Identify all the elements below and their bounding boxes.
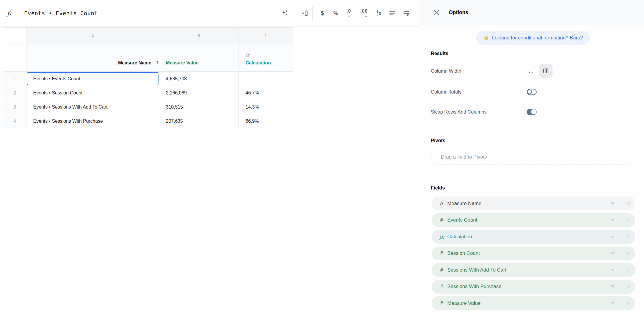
column-width-row: Column Width ↔ [431,64,635,78]
field-pill-calculation[interactable]: ƒx Calculation × [432,230,635,244]
results-heading: Results [431,50,635,56]
cell-c3[interactable]: 14.3% [239,100,293,114]
remove-field-icon[interactable]: × [626,300,631,307]
field-dropdown-caret[interactable] [610,285,615,288]
number-hash-icon: # [437,267,447,273]
wrap-text-icon[interactable] [401,0,412,26]
row-number[interactable]: 1 [3,72,26,86]
cell-b2[interactable]: 2,166,089 [159,86,239,100]
column-totals-label: Column Totals [431,89,527,95]
cell-a3[interactable]: Events • Sessions With Add To Cart [26,100,159,114]
remove-field-icon[interactable]: × [626,200,631,207]
column-totals-row: Column Totals [431,85,635,98]
section-divider [420,173,644,173]
conditional-formatting-link[interactable]: Looking for conditional formatting? Bars… [492,35,583,41]
remove-field-icon[interactable]: × [626,283,631,290]
cell-b1[interactable]: 4,635,703 [159,72,239,86]
align-icon[interactable] [387,0,398,26]
field-dropdown-caret[interactable] [610,219,615,221]
field-dropdown-caret[interactable] [610,236,615,238]
header-measure-name[interactable]: Measure Name ↑ [26,44,159,72]
fit-columns-button[interactable] [539,64,553,78]
field-dropdown-caret[interactable] [610,202,615,205]
cell-c1[interactable] [239,72,293,86]
calculation-fx-icon: ƒx [246,52,293,58]
dimension-letter-icon: A [437,201,447,207]
cell-c2[interactable]: 46.7% [239,86,293,100]
field-pill-sessions-with-purchase[interactable]: # Sessions With Purchase × [432,280,635,294]
insert-column-icon[interactable] [299,0,310,26]
cell-a2[interactable]: Events • Session Count [26,86,159,100]
row-number[interactable]: 4 [3,114,26,128]
close-icon[interactable] [433,9,441,16]
field-pill-measure-name[interactable]: A Measure Name × [432,197,635,210]
conditional-formatting-banner[interactable]: Looking for conditional formatting? Bars… [476,31,590,45]
decrease-decimal-icon[interactable]: .0← [343,0,354,26]
cell-c4[interactable]: 66.9% [239,114,293,128]
fields-heading: Fields [431,184,635,191]
column-totals-toggle[interactable] [527,89,537,95]
column-letter-c[interactable]: C [239,27,293,44]
pivots-dropzone[interactable]: Drag a field to Pivots [431,150,635,164]
remove-field-icon[interactable]: × [626,233,631,240]
cell-b4[interactable]: 207,635 [159,114,239,128]
formula-fx-icon: ƒx [7,0,11,26]
increase-decimal-icon[interactable]: .00→ [359,0,369,26]
toolbar-divider [312,6,313,20]
percent-format-icon[interactable]: % [331,0,341,26]
field-dropdown-caret[interactable] [610,252,615,255]
row-number[interactable]: 3 [3,100,26,114]
field-pill-measure-value[interactable]: # Measure Value × [432,296,635,310]
cell-a4[interactable]: Events • Sessions With Purchase [26,114,159,128]
options-panel-body: Looking for conditional formatting? Bars… [420,31,644,310]
column-letter-b[interactable]: B [159,27,239,44]
remove-field-icon[interactable]: × [626,250,631,257]
header-row-gutter [3,44,26,72]
remove-field-icon[interactable]: × [626,267,631,274]
field-pill-events-count[interactable]: # Events Count × [432,213,635,227]
wave-hand-icon [483,35,489,41]
swap-rows-columns-toggle[interactable] [527,109,537,115]
number-hash-icon: # [437,284,447,290]
row-number[interactable]: 2 [3,86,26,100]
remove-field-icon[interactable]: × [626,217,631,224]
field-dropdown-caret[interactable] [610,302,615,305]
field-pill-sessions-with-add-to-cart[interactable]: # Sessions With Add To Cart × [432,263,635,277]
swap-rows-columns-label: Swap Rows And Columns [431,109,527,115]
cell-b3[interactable]: 310,515 [159,100,239,114]
sort-asc-icon[interactable]: ↑ [156,59,159,66]
panel-title: Options [449,9,468,16]
column-width-label: Column Width [431,68,527,74]
header-measure-value[interactable]: Measure Value [159,44,239,72]
cell-a1[interactable]: Events • Events Count [26,72,159,86]
ai-sparkles-icon[interactable] [279,0,290,26]
currency-format-icon[interactable]: $ [317,0,328,26]
formula-fx-icon: ƒx [437,234,447,240]
field-dropdown-caret[interactable] [610,269,615,271]
options-panel-header: Options [420,0,644,25]
number-hash-icon: # [437,250,447,256]
resize-horizontal-icon[interactable]: ↔ [527,67,535,75]
swap-rows-columns-row: Swap Rows And Columns [431,105,635,118]
number-hash-icon: # [437,217,447,223]
fields-list: A Measure Name × # Events Count × ƒx Cal… [432,197,635,310]
column-letter-a[interactable]: A [26,27,159,44]
options-panel: Options Looking f [420,0,644,326]
field-pill-session-count[interactable]: # Session Count × [432,247,635,260]
formula-bar: ƒx Events • Events Count $ % .0← .00→ [0,0,420,26]
corner-cell[interactable] [3,27,26,44]
app-window: ƒx Events • Events Count $ % .0← .00→ [0,0,644,326]
active-cell-title: Events • Events Count [24,0,98,26]
number-hash-icon: # [437,300,447,306]
header-calculation[interactable]: ƒx Calculation [239,44,293,72]
pivots-heading: Pivots [431,137,635,144]
number-format-icon[interactable]: 123 [373,0,384,26]
